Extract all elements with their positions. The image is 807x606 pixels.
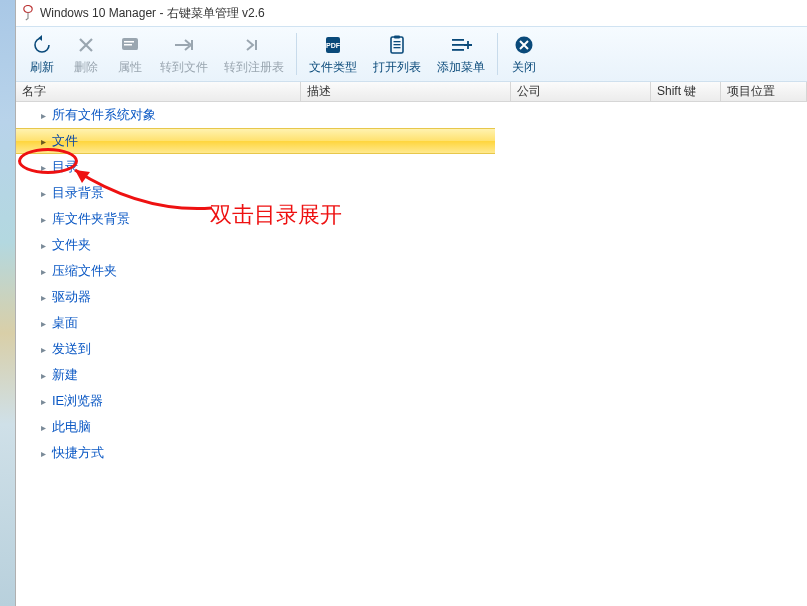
delete-label: 删除 [74, 59, 98, 76]
goto-file-label: 转到文件 [160, 59, 208, 76]
tree-item-label: 桌面 [52, 314, 78, 332]
add-menu-icon [449, 33, 473, 57]
open-list-button[interactable]: 打开列表 [365, 27, 429, 81]
tree-item[interactable]: ▸驱动器 [16, 284, 495, 310]
expand-caret-icon: ▸ [38, 110, 48, 121]
filetype-label: 文件类型 [309, 59, 357, 76]
tree-item-label: 所有文件系统对象 [52, 106, 156, 124]
svg-rect-5 [255, 40, 257, 50]
expand-caret-icon: ▸ [38, 136, 48, 147]
svg-text:PDF: PDF [326, 42, 341, 49]
expand-caret-icon: ▸ [38, 396, 48, 407]
refresh-button[interactable]: 刷新 [20, 27, 64, 81]
tree-item[interactable]: ▸快捷方式 [16, 440, 495, 466]
properties-label: 属性 [118, 59, 142, 76]
goto-reg-icon [242, 33, 266, 57]
expand-caret-icon: ▸ [38, 422, 48, 433]
properties-button[interactable]: 属性 [108, 27, 152, 81]
tree-item-label: 发送到 [52, 340, 91, 358]
goto-reg-button[interactable]: 转到注册表 [216, 27, 292, 81]
tree-item-label: 库文件夹背景 [52, 210, 130, 228]
svg-point-0 [24, 6, 32, 13]
expand-caret-icon: ▸ [38, 448, 48, 459]
tree-list: ▸所有文件系统对象▸文件▸目录▸目录背景▸库文件夹背景▸文件夹▸压缩文件夹▸驱动… [16, 102, 807, 606]
tree-item[interactable]: ▸新建 [16, 362, 495, 388]
svg-rect-13 [452, 39, 464, 41]
tree-item[interactable]: ▸压缩文件夹 [16, 258, 495, 284]
expand-caret-icon: ▸ [38, 214, 48, 225]
tree-item[interactable]: ▸库文件夹背景 [16, 206, 495, 232]
svg-rect-11 [394, 44, 401, 45]
col-position[interactable]: 项目位置 [721, 82, 807, 101]
tree-item-label: 文件 [52, 132, 78, 150]
tree-item[interactable]: ▸目录 [16, 154, 495, 180]
tree-item-label: 文件夹 [52, 236, 91, 254]
tree-item[interactable]: ▸IE浏览器 [16, 388, 495, 414]
expand-caret-icon: ▸ [38, 344, 48, 355]
tree-item-label: 压缩文件夹 [52, 262, 117, 280]
tree-item[interactable]: ▸文件夹 [16, 232, 495, 258]
close-label: 关闭 [512, 59, 536, 76]
tree-item[interactable]: ▸发送到 [16, 336, 495, 362]
svg-rect-4 [191, 40, 193, 50]
col-shift[interactable]: Shift 键 [651, 82, 721, 101]
tree-item[interactable]: ▸桌面 [16, 310, 495, 336]
add-menu-label: 添加菜单 [437, 59, 485, 76]
toolbar-separator [296, 33, 297, 75]
open-list-icon [385, 33, 409, 57]
goto-file-icon [172, 33, 196, 57]
toolbar-separator [497, 33, 498, 75]
expand-caret-icon: ▸ [38, 188, 48, 199]
tree-item[interactable]: ▸文件 [16, 128, 495, 154]
expand-caret-icon: ▸ [38, 240, 48, 251]
goto-file-button[interactable]: 转到文件 [152, 27, 216, 81]
column-headers: 名字 描述 公司 Shift 键 项目位置 [16, 82, 807, 102]
tree-item-label: 新建 [52, 366, 78, 384]
app-icon [22, 5, 34, 21]
app-window: Windows 10 Manager - 右键菜单管理 v2.6 刷新 删除 属… [15, 0, 807, 606]
properties-icon [118, 33, 142, 57]
tree-item-label: IE浏览器 [52, 392, 103, 410]
refresh-label: 刷新 [30, 59, 54, 76]
tree-item-label: 目录 [52, 158, 78, 176]
filetype-icon: PDF [321, 33, 345, 57]
close-icon [512, 33, 536, 57]
expand-caret-icon: ▸ [38, 370, 48, 381]
col-desc[interactable]: 描述 [301, 82, 511, 101]
tree-item[interactable]: ▸所有文件系统对象 [16, 102, 495, 128]
col-name[interactable]: 名字 [16, 82, 301, 101]
expand-caret-icon: ▸ [38, 318, 48, 329]
close-button[interactable]: 关闭 [502, 27, 546, 81]
svg-rect-3 [124, 44, 132, 46]
tree-item-label: 快捷方式 [52, 444, 104, 462]
svg-rect-9 [394, 35, 400, 38]
svg-rect-2 [124, 41, 134, 43]
delete-button[interactable]: 删除 [64, 27, 108, 81]
svg-rect-10 [394, 41, 401, 42]
desktop-background-sliver [0, 0, 15, 606]
delete-icon [74, 33, 98, 57]
add-menu-button[interactable]: 添加菜单 [429, 27, 493, 81]
goto-reg-label: 转到注册表 [224, 59, 284, 76]
svg-rect-12 [394, 47, 401, 48]
tree-item[interactable]: ▸此电脑 [16, 414, 495, 440]
toolbar: 刷新 删除 属性 转到文件 转到注册表 [16, 26, 807, 82]
col-company[interactable]: 公司 [511, 82, 651, 101]
expand-caret-icon: ▸ [38, 162, 48, 173]
tree-item-label: 此电脑 [52, 418, 91, 436]
expand-caret-icon: ▸ [38, 266, 48, 277]
tree-item[interactable]: ▸目录背景 [16, 180, 495, 206]
tree-item-label: 驱动器 [52, 288, 91, 306]
svg-rect-15 [452, 49, 464, 51]
expand-caret-icon: ▸ [38, 292, 48, 303]
refresh-icon [30, 33, 54, 57]
open-list-label: 打开列表 [373, 59, 421, 76]
window-title: Windows 10 Manager - 右键菜单管理 v2.6 [40, 5, 265, 22]
titlebar[interactable]: Windows 10 Manager - 右键菜单管理 v2.6 [16, 0, 807, 26]
tree-item-label: 目录背景 [52, 184, 104, 202]
filetype-button[interactable]: PDF 文件类型 [301, 27, 365, 81]
svg-rect-14 [452, 44, 464, 46]
